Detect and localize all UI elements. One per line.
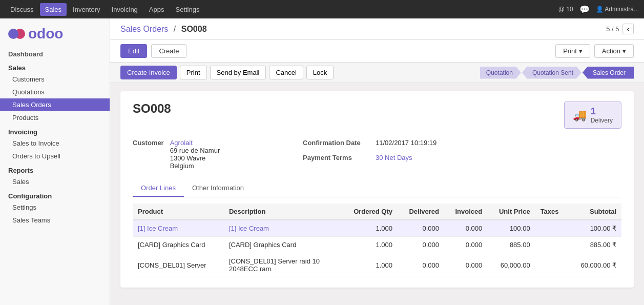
- cell-product: [CONS_DEL01] Server: [133, 253, 224, 277]
- breadcrumb: Sales Orders / SO008: [120, 25, 207, 34]
- customer-info: Customer Agrolait 69 rue de Namur 1300 W…: [133, 139, 621, 170]
- pipeline-step-quotation: Quotation: [480, 67, 521, 79]
- cancel-button[interactable]: Cancel: [269, 66, 303, 79]
- create-invoice-button[interactable]: Create Invoice: [120, 66, 177, 79]
- order-lines-table: Product Description Ordered Qty Delivere…: [133, 204, 621, 277]
- cell-invoiced: 0.000: [444, 237, 487, 253]
- cell-unit-price: 100.00: [487, 220, 535, 237]
- sidebar-section-sales: Sales: [0, 61, 110, 73]
- nav-discuss[interactable]: Discuss: [5, 3, 39, 16]
- customer-addr3: Belgium: [170, 162, 220, 170]
- cell-subtotal: 60,000.00 ₹: [568, 253, 621, 277]
- col-taxes: Taxes: [535, 204, 569, 220]
- nav-invoicing[interactable]: Invoicing: [107, 3, 143, 16]
- sidebar-item-products[interactable]: Products: [0, 111, 110, 124]
- sidebar-item-sales-teams[interactable]: Sales Teams: [0, 214, 110, 227]
- sidebar-item-customers[interactable]: Customers: [0, 73, 110, 86]
- table-row: [CARD] Graphics Card [CARD] Graphics Car…: [133, 237, 621, 253]
- notification-badge[interactable]: @ 10: [558, 6, 573, 13]
- cell-unit-price: 60,000.00: [487, 253, 535, 277]
- breadcrumb-current: SO008: [181, 25, 207, 33]
- sidebar-item-sales-to-invoice[interactable]: Sales to Invoice: [0, 137, 110, 150]
- cell-subtotal: 100.00 ₹: [568, 220, 621, 237]
- cell-invoiced: 0.000: [444, 253, 487, 277]
- tabs-row: Order Lines Other Information: [133, 180, 621, 197]
- cell-ordered-qty: 1.000: [341, 253, 398, 277]
- cell-taxes: [535, 253, 569, 277]
- send-by-email-button[interactable]: Send by Email: [210, 66, 266, 79]
- pagination-prev[interactable]: ‹: [622, 24, 634, 34]
- col-invoiced: Invoiced: [444, 204, 487, 220]
- pipeline-step-quotation-sent: Quotation Sent: [522, 67, 581, 79]
- pagination: 5 / 5 ‹: [606, 24, 634, 34]
- customer-name-link[interactable]: Agrolait: [170, 139, 193, 147]
- table-row: [CONS_DEL01] Server [CONS_DEL01] Server …: [133, 253, 621, 277]
- doc-header: SO008 🚚 1 Delivery: [133, 101, 621, 129]
- breadcrumb-bar: Sales Orders / SO008 5 / 5 ‹: [110, 18, 644, 40]
- cell-unit-price: 885.00: [487, 237, 535, 253]
- pipeline-step-sales-order: Sales Order: [583, 67, 634, 79]
- col-product: Product: [133, 204, 224, 220]
- doc-card: SO008 🚚 1 Delivery Customer Agrol: [120, 91, 634, 288]
- print-action-button[interactable]: Print: [180, 66, 207, 79]
- delivery-label: Delivery: [591, 117, 613, 124]
- sidebar-section-reports: Reports: [0, 162, 110, 175]
- sidebar-item-quotations[interactable]: Quotations: [0, 86, 110, 98]
- customer-addr2: 1300 Wavre: [170, 154, 220, 162]
- lock-button[interactable]: Lock: [306, 66, 334, 79]
- sidebar-item-dashboard[interactable]: Dashboard: [0, 47, 110, 61]
- cell-invoiced: 0.000: [444, 220, 487, 237]
- nav-inventory[interactable]: Inventory: [68, 3, 105, 16]
- tab-other-information[interactable]: Other Information: [184, 180, 252, 197]
- cell-delivered: 0.000: [398, 253, 444, 277]
- cell-description: [CONS_DEL01] Server raid 102048ECC ram: [224, 253, 341, 277]
- nav-sales[interactable]: Sales: [40, 3, 67, 16]
- payment-terms-label: Payment Terms: [303, 154, 369, 161]
- col-description: Description: [224, 204, 341, 220]
- customer-address: Agrolait 69 rue de Namur 1300 Wavre Belg…: [170, 139, 220, 170]
- cell-ordered-qty: 1.000: [341, 220, 398, 237]
- chat-icon[interactable]: 💬: [579, 5, 590, 14]
- sidebar-logo: odoo: [0, 18, 110, 47]
- edit-button[interactable]: Edit: [120, 44, 147, 58]
- top-nav: Discuss Sales Inventory Invoicing Apps S…: [0, 0, 644, 18]
- cell-delivered: 0.000: [398, 237, 444, 253]
- nav-settings[interactable]: Settings: [170, 3, 204, 16]
- cell-product: [CARD] Graphics Card: [133, 237, 224, 253]
- sidebar-item-sales-orders[interactable]: Sales Orders: [0, 98, 110, 111]
- sidebar-section-invoicing: Invoicing: [0, 124, 110, 137]
- customer-addr1: 69 rue de Namur: [170, 147, 220, 154]
- action-bar: Create Invoice Print Send by Email Cance…: [110, 63, 644, 83]
- delivery-count: 1: [591, 106, 613, 117]
- nav-apps[interactable]: Apps: [144, 3, 170, 16]
- sidebar-item-settings[interactable]: Settings: [0, 201, 110, 214]
- delivery-truck-icon: 🚚: [573, 109, 587, 122]
- action-button[interactable]: Action ▾: [594, 44, 634, 58]
- breadcrumb-parent[interactable]: Sales Orders: [120, 25, 168, 33]
- print-button[interactable]: Print ▾: [555, 44, 590, 58]
- col-unit-price: Unit Price: [487, 204, 535, 220]
- delivery-badge[interactable]: 🚚 1 Delivery: [564, 101, 621, 129]
- content-area: Sales Orders / SO008 5 / 5 ‹ Edit Create…: [110, 18, 644, 305]
- logo-text: odoo: [28, 26, 63, 42]
- col-ordered-qty: Ordered Qty: [341, 204, 398, 220]
- customer-label: Customer: [133, 139, 164, 170]
- table-row: [1] Ice Cream [1] Ice Cream 1.000 0.000 …: [133, 220, 621, 237]
- payment-terms-value[interactable]: 30 Net Days: [376, 154, 412, 161]
- status-pipeline: Quotation Quotation Sent Sales Order: [480, 67, 634, 79]
- cell-taxes: [535, 220, 569, 237]
- cell-description[interactable]: [1] Ice Cream: [224, 220, 341, 237]
- col-subtotal: Subtotal: [568, 204, 621, 220]
- sidebar: odoo Dashboard Sales Customers Quotation…: [0, 18, 110, 305]
- cell-delivered: 0.000: [398, 220, 444, 237]
- sidebar-section-configuration: Configuration: [0, 188, 110, 201]
- cell-taxes: [535, 237, 569, 253]
- breadcrumb-separator: /: [174, 25, 176, 33]
- user-menu[interactable]: 👤 Administra...: [596, 6, 639, 13]
- tab-order-lines[interactable]: Order Lines: [133, 180, 184, 197]
- cell-product[interactable]: [1] Ice Cream: [133, 220, 224, 237]
- toolbar: Edit Create Print ▾ Action ▾: [110, 40, 644, 63]
- sidebar-item-reports-sales[interactable]: Sales: [0, 175, 110, 188]
- create-button[interactable]: Create: [151, 44, 186, 58]
- sidebar-item-orders-to-upsell[interactable]: Orders to Upsell: [0, 150, 110, 162]
